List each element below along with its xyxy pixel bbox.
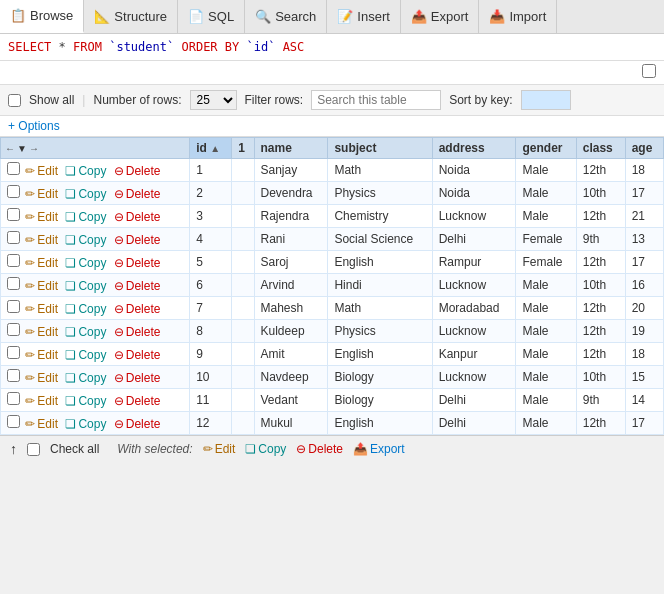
delete-icon: ⊖ <box>296 442 306 456</box>
pencil-icon-2: ✏ <box>25 187 35 201</box>
cell-age-8: 19 <box>625 320 663 343</box>
delete-button-7[interactable]: ⊖ Delete <box>114 302 161 316</box>
edit-button-9[interactable]: ✏ Edit <box>25 348 58 362</box>
copy-button-1[interactable]: ❏ Copy <box>65 164 106 178</box>
row-checkbox-11[interactable] <box>7 392 20 405</box>
header-subject[interactable]: subject <box>328 138 432 159</box>
search-icon: 🔍 <box>255 9 271 24</box>
edit-button-4[interactable]: ✏ Edit <box>25 233 58 247</box>
delete-button-3[interactable]: ⊖ Delete <box>114 210 161 224</box>
copy-button-5[interactable]: ❏ Copy <box>65 256 106 270</box>
row-checkbox-10[interactable] <box>7 369 20 382</box>
delete-icon-9: ⊖ <box>114 348 124 362</box>
row-checkbox-8[interactable] <box>7 323 20 336</box>
edit-button-8[interactable]: ✏ Edit <box>25 325 58 339</box>
edit-button-11[interactable]: ✏ Edit <box>25 394 58 408</box>
sort-icon[interactable]: ▼ <box>17 143 27 154</box>
header-address[interactable]: address <box>432 138 516 159</box>
copy-button-11[interactable]: ❏ Copy <box>65 394 106 408</box>
copy-button-3[interactable]: ❏ Copy <box>65 210 106 224</box>
delete-button-9[interactable]: ⊖ Delete <box>114 348 161 362</box>
data-table: ← ▼ → id ▲ 1 name subject address gender… <box>0 137 664 435</box>
cell-subject-4: Social Science <box>328 228 432 251</box>
copy-icon-7: ❏ <box>65 302 76 316</box>
row-checkbox-9[interactable] <box>7 346 20 359</box>
header-id[interactable]: id ▲ <box>190 138 232 159</box>
row-checkbox-7[interactable] <box>7 300 20 313</box>
delete-button-10[interactable]: ⊖ Delete <box>114 371 161 385</box>
cell-address-2: Noida <box>432 182 516 205</box>
nav-import-label: Import <box>509 9 546 24</box>
delete-button-4[interactable]: ⊖ Delete <box>114 233 161 247</box>
edit-button-10[interactable]: ✏ Edit <box>25 371 58 385</box>
header-age[interactable]: age <box>625 138 663 159</box>
cell-id-8: 8 <box>190 320 232 343</box>
copy-button-6[interactable]: ❏ Copy <box>65 279 106 293</box>
delete-button-11[interactable]: ⊖ Delete <box>114 394 161 408</box>
cell-class-8: 12th <box>576 320 625 343</box>
nav-import[interactable]: 📥 Import <box>479 0 557 33</box>
header-1[interactable]: 1 <box>232 138 254 159</box>
bottom-delete-button[interactable]: ⊖ Delete <box>296 442 343 456</box>
edit-button-12[interactable]: ✏ Edit <box>25 417 58 431</box>
copy-button-4[interactable]: ❏ Copy <box>65 233 106 247</box>
delete-button-2[interactable]: ⊖ Delete <box>114 187 161 201</box>
nav-insert[interactable]: 📝 Insert <box>327 0 401 33</box>
filter-rows-label: Filter rows: <box>245 93 304 107</box>
table-icon: 📋 <box>10 8 26 23</box>
bottom-copy-button[interactable]: ❏ Copy <box>245 442 286 456</box>
options-link[interactable]: + Options <box>8 119 60 133</box>
bottom-edit-button[interactable]: ✏ Edit <box>203 442 236 456</box>
delete-icon-12: ⊖ <box>114 417 124 431</box>
header-name[interactable]: name <box>254 138 328 159</box>
check-all-checkbox[interactable] <box>27 443 40 456</box>
copy-button-10[interactable]: ❏ Copy <box>65 371 106 385</box>
nav-browse[interactable]: 📋 Browse <box>0 0 84 33</box>
cell-gender-12: Male <box>516 412 576 435</box>
num-rows-select[interactable]: 25 50 100 <box>190 90 237 110</box>
copy-button-7[interactable]: ❏ Copy <box>65 302 106 316</box>
show-all-checkbox[interactable] <box>8 94 21 107</box>
row-checkbox-6[interactable] <box>7 277 20 290</box>
edit-button-1[interactable]: ✏ Edit <box>25 164 58 178</box>
edit-button-5[interactable]: ✏ Edit <box>25 256 58 270</box>
row-checkbox-2[interactable] <box>7 185 20 198</box>
filter-input[interactable] <box>311 90 441 110</box>
delete-button-6[interactable]: ⊖ Delete <box>114 279 161 293</box>
nav-export[interactable]: 📤 Export <box>401 0 480 33</box>
delete-button-5[interactable]: ⊖ Delete <box>114 256 161 270</box>
copy-button-9[interactable]: ❏ Copy <box>65 348 106 362</box>
edit-button-3[interactable]: ✏ Edit <box>25 210 58 224</box>
delete-button-8[interactable]: ⊖ Delete <box>114 325 161 339</box>
row-checkbox-1[interactable] <box>7 162 20 175</box>
sort-by-input[interactable]: PRIM <box>521 90 571 110</box>
header-gender[interactable]: gender <box>516 138 576 159</box>
row-checkbox-5[interactable] <box>7 254 20 267</box>
arrow-right-icon[interactable]: → <box>29 143 39 154</box>
edit-button-7[interactable]: ✏ Edit <box>25 302 58 316</box>
row-checkbox-3[interactable] <box>7 208 20 221</box>
cell-id-9: 9 <box>190 343 232 366</box>
nav-search[interactable]: 🔍 Search <box>245 0 327 33</box>
edit-button-2[interactable]: ✏ Edit <box>25 187 58 201</box>
check-all-label: Check all <box>50 442 99 456</box>
nav-structure[interactable]: 📐 Structure <box>84 0 178 33</box>
arrow-left-icon[interactable]: ← <box>5 143 15 154</box>
row-actions-9: ✏ Edit ❏ Copy ⊖ Delete <box>1 343 190 366</box>
table-row: ✏ Edit ❏ Copy ⊖ Delete 6 Arvind Hindi Lu… <box>1 274 664 297</box>
delete-button-1[interactable]: ⊖ Delete <box>114 164 161 178</box>
delete-button-12[interactable]: ⊖ Delete <box>114 417 161 431</box>
edit-button-6[interactable]: ✏ Edit <box>25 279 58 293</box>
nav-sql[interactable]: 📄 SQL <box>178 0 245 33</box>
top-checkbox[interactable] <box>642 64 656 78</box>
show-all-label: Show all <box>29 93 74 107</box>
row-checkbox-4[interactable] <box>7 231 20 244</box>
row-checkbox-12[interactable] <box>7 415 20 428</box>
copy-button-12[interactable]: ❏ Copy <box>65 417 106 431</box>
cell-name-11: Vedant <box>254 389 328 412</box>
header-class[interactable]: class <box>576 138 625 159</box>
copy-button-8[interactable]: ❏ Copy <box>65 325 106 339</box>
cell-subject-6: Hindi <box>328 274 432 297</box>
bottom-export-button[interactable]: 📤 Export <box>353 442 405 456</box>
copy-button-2[interactable]: ❏ Copy <box>65 187 106 201</box>
